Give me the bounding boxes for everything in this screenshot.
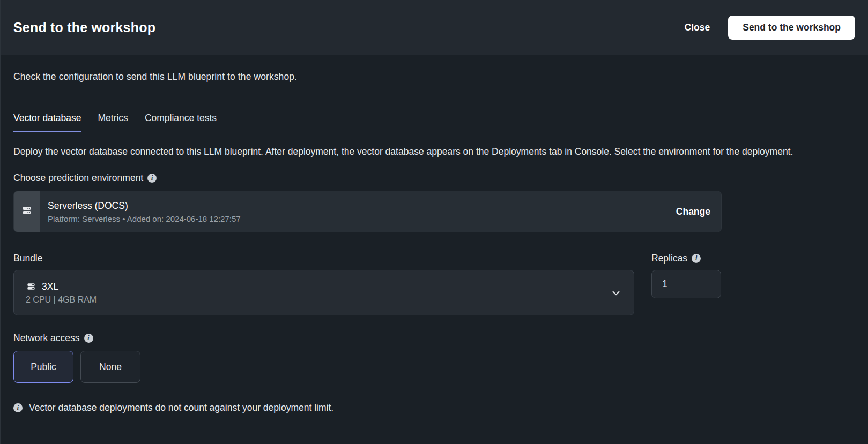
environment-name: Serverless (DOCS) bbox=[48, 200, 241, 212]
bundle-column: Bundle bbox=[13, 253, 634, 315]
deployment-limit-note-text: Vector database deployments do not count… bbox=[29, 402, 333, 413]
bundle-label: Bundle bbox=[13, 253, 634, 264]
intro-text: Check the configuration to send this LLM… bbox=[13, 71, 855, 82]
tab-compliance-tests[interactable]: Compliance tests bbox=[145, 112, 217, 132]
network-access-label-text: Network access bbox=[13, 333, 80, 344]
modal-header: Send to the workshop Close Send to the w… bbox=[1, 0, 868, 55]
chevron-down-icon bbox=[610, 287, 622, 299]
bundle-name: 3XL bbox=[42, 281, 58, 292]
server-icon bbox=[21, 205, 33, 219]
bundle-label-text: Bundle bbox=[13, 253, 43, 264]
server-icon bbox=[26, 281, 36, 292]
replicas-label: Replicas i bbox=[651, 253, 721, 264]
network-access-label: Network access i bbox=[13, 333, 855, 344]
tab-bar: Vector database Metrics Compliance tests bbox=[13, 112, 855, 132]
network-option-public[interactable]: Public bbox=[13, 351, 73, 383]
change-environment-button[interactable]: Change bbox=[676, 206, 710, 217]
send-to-workshop-button[interactable]: Send to the workshop bbox=[728, 16, 855, 40]
bundle-selected-value: 3XL 2 CPU | 4GB RAM bbox=[26, 281, 97, 305]
header-actions: Close Send to the workshop bbox=[685, 16, 855, 40]
environment-info: Serverless (DOCS) Platform: Serverless •… bbox=[40, 191, 241, 232]
info-icon[interactable]: i bbox=[84, 334, 93, 343]
prediction-environment-card: Serverless (DOCS) Platform: Serverless •… bbox=[13, 191, 722, 232]
replicas-label-text: Replicas bbox=[651, 253, 687, 264]
info-icon[interactable]: i bbox=[692, 254, 701, 263]
tab-metrics[interactable]: Metrics bbox=[98, 112, 128, 132]
network-option-none[interactable]: None bbox=[80, 351, 140, 383]
tab-description: Deploy the vector database connected to … bbox=[13, 145, 842, 159]
replicas-input[interactable] bbox=[651, 270, 721, 298]
replicas-column: Replicas i bbox=[651, 253, 721, 315]
bundle-specs: 2 CPU | 4GB RAM bbox=[26, 295, 97, 305]
prediction-environment-label: Choose prediction environment i bbox=[13, 172, 855, 184]
page-title: Send to the workshop bbox=[13, 20, 155, 35]
prediction-environment-label-text: Choose prediction environment bbox=[13, 172, 143, 184]
close-button[interactable]: Close bbox=[685, 22, 710, 33]
environment-meta: Platform: Serverless • Added on: 2024-06… bbox=[48, 214, 241, 223]
bundle-replicas-row: Bundle bbox=[13, 253, 722, 315]
deployment-limit-note: i Vector database deployments do not cou… bbox=[13, 402, 855, 413]
modal-body: Check the configuration to send this LLM… bbox=[1, 55, 868, 413]
bundle-select[interactable]: 3XL 2 CPU | 4GB RAM bbox=[13, 270, 634, 315]
network-access-options: Public None bbox=[13, 351, 855, 383]
tab-vector-database[interactable]: Vector database bbox=[13, 112, 81, 132]
info-icon: i bbox=[13, 403, 23, 412]
environment-icon-strip bbox=[14, 191, 40, 232]
info-icon[interactable]: i bbox=[147, 174, 157, 183]
